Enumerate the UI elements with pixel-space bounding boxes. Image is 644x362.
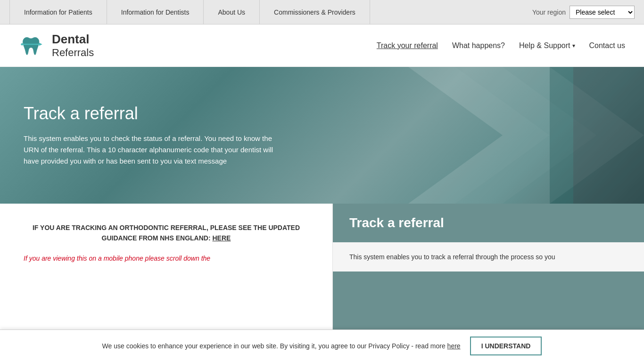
logo-area[interactable]: Dental Referrals [19, 30, 123, 61]
nav-what-happens[interactable]: What happens? [452, 40, 505, 52]
mobile-notice: If you are viewing this on a mobile phon… [24, 253, 309, 263]
main-navigation: Track your referral What happens? Help &… [377, 40, 625, 52]
hero-arrows [257, 67, 644, 204]
cookie-text: We use cookies to enhance your experienc… [102, 342, 461, 345]
logo-dental: Dental [52, 32, 94, 47]
svg-marker-0 [39, 43, 42, 46]
main-content: IF YOU ARE TRACKING AN ORTHODONTIC REFER… [0, 204, 644, 345]
region-selector: Your region Please select North East Nor… [532, 6, 635, 19]
hero-content: Track a referral This system enables you… [0, 85, 306, 186]
right-panel-title: Track a referral [349, 215, 627, 230]
cookie-banner: We use cookies to enhance your experienc… [0, 329, 644, 345]
svg-rect-5 [573, 67, 644, 204]
hero-description: This system enables you to check the sta… [24, 133, 283, 167]
hero-arrow-graphic [314, 67, 644, 204]
nav-help-support[interactable]: Help & Support ▾ [519, 41, 575, 50]
region-label: Your region [532, 8, 566, 16]
main-header: Dental Referrals Track your referral Wha… [0, 25, 644, 67]
top-navigation: Information for Patients Information for… [0, 0, 644, 25]
logo-text: Dental Referrals [52, 32, 94, 59]
left-panel: IF YOU ARE TRACKING AN ORTHODONTIC REFER… [0, 204, 333, 345]
hero-title: Track a referral [24, 104, 283, 123]
nav-patients[interactable]: Information for Patients [9, 0, 107, 25]
nav-contact-us[interactable]: Contact us [589, 40, 625, 52]
region-dropdown[interactable]: Please select North East North West Midl… [570, 6, 635, 19]
right-panel-header: Track a referral [333, 204, 644, 242]
cookie-understand-button[interactable]: I UNDERSTAND [470, 337, 542, 345]
logo-icon [19, 30, 47, 61]
nav-track-referral[interactable]: Track your referral [377, 40, 438, 52]
nav-dentists[interactable]: Information for Dentists [107, 0, 204, 25]
logo-referrals: Referrals [52, 47, 94, 59]
nav-about[interactable]: About Us [204, 0, 260, 25]
right-panel: Track a referral This system enables you… [333, 204, 644, 345]
orthodontic-notice: IF YOU ARE TRACKING AN ORTHODONTIC REFER… [24, 222, 309, 244]
nav-commissioners[interactable]: Commissioners & Providers [260, 0, 370, 25]
right-panel-body: This system enables you to track a refer… [333, 242, 644, 272]
top-nav-links: Information for Patients Information for… [9, 0, 532, 25]
chevron-down-icon: ▾ [572, 42, 575, 49]
hero-banner: Track a referral This system enables you… [0, 67, 644, 204]
orthodontic-here-link[interactable]: HERE [212, 234, 231, 242]
privacy-policy-link[interactable]: here [447, 342, 461, 345]
